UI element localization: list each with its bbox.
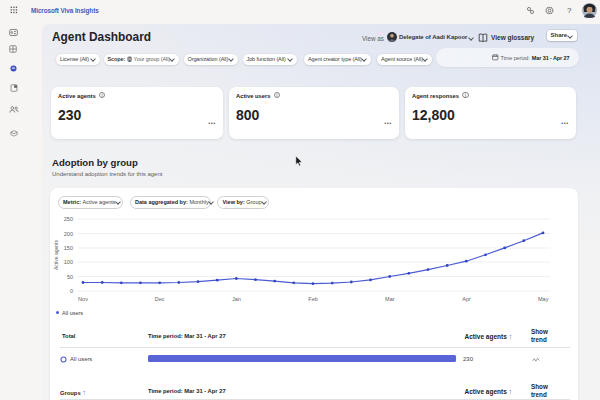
svg-text:May: May bbox=[538, 296, 549, 302]
svg-text:0: 0 bbox=[70, 288, 73, 294]
svg-text:150: 150 bbox=[64, 245, 73, 251]
svg-text:Feb: Feb bbox=[308, 296, 317, 302]
svg-text:200: 200 bbox=[64, 231, 73, 237]
svg-text:Dec: Dec bbox=[155, 296, 165, 302]
svg-text:100: 100 bbox=[64, 259, 73, 265]
svg-text:250: 250 bbox=[64, 216, 73, 222]
svg-text:Mar: Mar bbox=[385, 296, 395, 302]
svg-text:Active agents: Active agents bbox=[53, 239, 59, 270]
svg-text:Jan: Jan bbox=[232, 296, 241, 302]
svg-text:Apr: Apr bbox=[462, 296, 471, 302]
svg-text:50: 50 bbox=[67, 274, 73, 280]
svg-text:Nov: Nov bbox=[78, 296, 88, 302]
